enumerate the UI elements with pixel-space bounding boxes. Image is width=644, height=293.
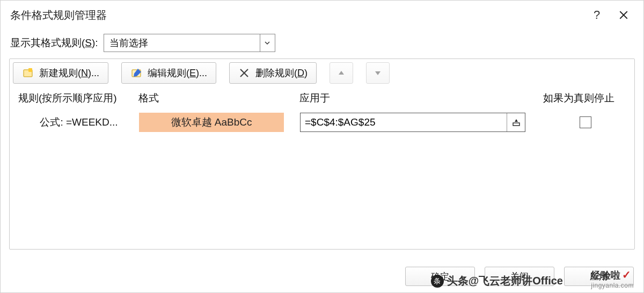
edit-rule-button[interactable]: 编辑规则(E)... (121, 62, 216, 84)
scope-select[interactable]: 当前选择 (104, 34, 275, 52)
dialog-footer: 确定 关闭 应用 (405, 267, 634, 286)
stop-if-true-checkbox[interactable] (580, 116, 591, 128)
svg-marker-7 (339, 71, 344, 75)
svg-marker-8 (375, 71, 380, 75)
column-rule: 规则(按所示顺序应用) (15, 91, 138, 105)
scope-label: 显示其格式规则(S): (10, 36, 98, 50)
rules-grid-header: 规则(按所示顺序应用) 格式 应用于 如果为真则停止 (10, 87, 634, 109)
edit-rule-icon (130, 67, 142, 79)
close-dialog-button[interactable]: 关闭 (485, 267, 554, 286)
close-icon (619, 10, 628, 20)
close-button[interactable] (610, 1, 637, 30)
applies-to-input[interactable] (301, 113, 507, 131)
rule-name: 公式: =WEEKD... (16, 115, 139, 129)
rule-row[interactable]: 公式: =WEEKD... 微软卓越 AaBbCc (10, 110, 634, 135)
column-applies-to: 应用于 (299, 91, 543, 105)
toolbar: 新建规则(N)... 编辑规则(E)... 删除规则(D) (10, 59, 634, 87)
svg-rect-9 (513, 123, 519, 126)
help-button[interactable]: ? (583, 1, 610, 30)
toolbar-area: 新建规则(N)... 编辑规则(E)... 删除规则(D) (9, 58, 635, 250)
move-down-button[interactable] (366, 62, 390, 84)
move-up-button[interactable] (330, 62, 353, 84)
new-rule-button[interactable]: 新建规则(N)... (13, 62, 108, 84)
format-preview: 微软卓越 AaBbCc (139, 113, 284, 132)
help-icon: ? (594, 8, 600, 22)
chevron-down-icon (374, 69, 382, 77)
titlebar: 条件格式规则管理器 ? (1, 1, 643, 30)
applies-to-field[interactable] (300, 113, 525, 132)
chevron-up-icon (338, 69, 345, 77)
range-picker-button[interactable] (507, 113, 525, 131)
column-format: 格式 (138, 91, 299, 105)
scope-row: 显示其格式规则(S): 当前选择 (1, 30, 643, 58)
ok-button[interactable]: 确定 (405, 267, 475, 286)
scope-select-value: 当前选择 (109, 36, 148, 49)
apply-button[interactable]: 应用 (564, 267, 634, 286)
new-rule-icon (22, 67, 34, 79)
column-stop-if-true: 如果为真则停止 (543, 91, 629, 105)
rules-list: 公式: =WEEKD... 微软卓越 AaBbCc (10, 109, 634, 249)
svg-rect-3 (28, 68, 32, 72)
svg-marker-10 (515, 119, 518, 122)
collapse-dialog-icon (512, 118, 521, 127)
chevron-down-icon (260, 34, 275, 52)
dialog-title: 条件格式规则管理器 (10, 8, 107, 23)
conditional-formatting-rules-manager: 条件格式规则管理器 ? 显示其格式规则(S): 当前选择 (0, 0, 644, 293)
delete-rule-button[interactable]: 删除规则(D) (229, 62, 317, 84)
delete-rule-icon (238, 67, 250, 79)
